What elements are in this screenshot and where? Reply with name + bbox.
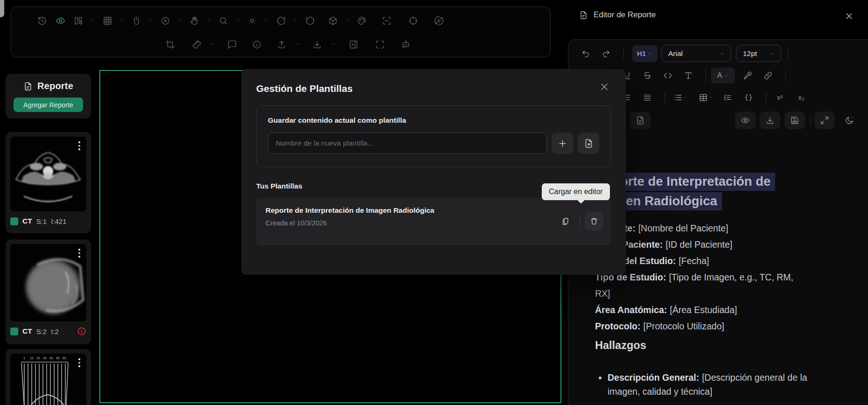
crosshair-button[interactable] — [405, 12, 421, 29]
pan-chevron[interactable] — [204, 12, 213, 29]
rotate-chevron[interactable] — [291, 12, 300, 29]
series-thumbnail-card[interactable]: 1102030405060 — [6, 349, 91, 405]
fullscreen-button[interactable] — [371, 36, 388, 53]
expand-editor-button[interactable] — [814, 112, 835, 129]
redo-icon — [602, 49, 611, 58]
align-justify-button[interactable] — [639, 90, 655, 105]
export-chevron[interactable] — [293, 36, 302, 53]
import-word-button[interactable]: W — [578, 133, 599, 154]
thumbnail-menu-kebab[interactable] — [76, 358, 83, 372]
load-template-button[interactable] — [556, 212, 575, 230]
close-icon — [844, 11, 854, 21]
bullet-list-icon — [673, 93, 683, 102]
rotate-cw-button[interactable] — [273, 12, 289, 29]
zoom-button[interactable] — [215, 12, 231, 29]
mpr-orbit-button[interactable] — [430, 12, 447, 29]
add-report-button[interactable]: Agregar Reporte — [14, 98, 83, 112]
series-thumbnail-card[interactable]: CT S:1 I:421 — [6, 132, 91, 233]
scan-range-button[interactable] — [378, 12, 395, 29]
measure-button[interactable] — [188, 36, 205, 53]
crop-button[interactable] — [161, 36, 178, 53]
fullscreen-brackets-icon — [375, 40, 385, 49]
code-button[interactable] — [660, 68, 676, 84]
measure-chevron[interactable] — [208, 36, 217, 53]
template-name-input[interactable] — [268, 133, 547, 154]
crosshair-icon — [408, 16, 418, 26]
grid-layout-button[interactable] — [99, 12, 116, 29]
download-report-button[interactable] — [760, 112, 780, 129]
cine-chevron[interactable] — [175, 12, 184, 29]
layout-chevron[interactable] — [88, 12, 98, 29]
thumbnail-menu-kebab[interactable] — [76, 249, 83, 263]
annotation-button[interactable] — [224, 36, 240, 53]
download-button[interactable] — [308, 36, 325, 53]
brightness-icon — [247, 16, 257, 26]
rotate-ccw-button[interactable] — [301, 12, 318, 29]
volume-chevron[interactable] — [343, 12, 352, 29]
zoom-chevron[interactable] — [233, 12, 242, 29]
page-template-button[interactable] — [630, 112, 651, 129]
modal-close-button[interactable] — [599, 81, 610, 92]
highlighter-button[interactable] — [740, 68, 756, 84]
grid-chevron[interactable] — [117, 12, 126, 29]
layout-settings-button[interactable] — [70, 12, 87, 29]
subscript-button[interactable]: x₂ — [792, 93, 810, 101]
warning-info-icon[interactable] — [77, 327, 86, 336]
report-document[interactable]: Reporte de Interpretación de Imagen Radi… — [595, 172, 807, 399]
highlighter-icon — [743, 71, 752, 80]
save-report-button[interactable] — [784, 112, 805, 129]
line-height-button[interactable] — [720, 90, 736, 105]
preview-button[interactable] — [735, 112, 756, 129]
pan-button[interactable] — [186, 12, 203, 29]
editor-close-button[interactable] — [844, 11, 854, 21]
series-color-swatch — [10, 328, 18, 335]
series-thumbnail-card[interactable]: CT S:2 I:2 — [6, 239, 91, 344]
link-button[interactable] — [760, 68, 776, 84]
text-format-button[interactable] — [680, 68, 696, 84]
document-title: Reporte de Interpretación de Imagen Radi… — [595, 172, 807, 211]
thumbnail-image-skull[interactable] — [10, 244, 86, 321]
font-family-select[interactable]: Arial — [661, 45, 731, 62]
mouse-bindings-button[interactable] — [128, 12, 145, 29]
strikethrough-icon — [643, 71, 652, 80]
word-file-icon: W — [584, 139, 594, 148]
delete-template-button[interactable] — [585, 212, 603, 230]
thumbnail-image-scout[interactable]: 1102030405060 — [10, 354, 86, 405]
window-level-button[interactable] — [244, 12, 260, 29]
maximize-arrows-icon — [820, 116, 829, 125]
text-color-button[interactable]: A — [711, 68, 735, 84]
table-button[interactable] — [695, 90, 715, 105]
superscript-button[interactable]: x² — [771, 93, 789, 101]
volume-3d-button[interactable] — [324, 12, 341, 29]
undo-button[interactable] — [578, 46, 594, 62]
code-block-button[interactable] — [741, 90, 756, 105]
ai-assistant-button[interactable] — [397, 36, 414, 53]
download-chevron[interactable] — [329, 36, 338, 53]
finding-item: Descripción General:[Descripción general… — [608, 370, 807, 398]
dark-mode-toggle[interactable] — [839, 112, 860, 129]
heading-style-button[interactable]: H1 — [632, 45, 658, 62]
history-button[interactable] — [34, 12, 50, 29]
side-panel-toggle-button[interactable] — [345, 36, 362, 53]
add-template-button[interactable] — [552, 133, 573, 154]
modality-badge: CT — [22, 327, 32, 335]
list-button[interactable] — [670, 90, 690, 105]
thumbnail-image-axial-ct[interactable] — [10, 137, 86, 211]
info-icon — [252, 40, 262, 49]
visibility-button[interactable] — [52, 12, 69, 29]
mouse-chevron[interactable] — [146, 12, 155, 29]
palette-icon — [357, 16, 367, 26]
strikethrough-button[interactable] — [639, 68, 655, 84]
template-list-item[interactable]: Reporte de Interpretación de Imagen Radi… — [256, 198, 611, 244]
export-button[interactable] — [273, 36, 290, 53]
document-field: Tipo de Estudio:[Tipo de Imagen, e.g., T… — [595, 269, 807, 302]
window-level-chevron[interactable] — [262, 12, 271, 29]
font-size-select[interactable]: 12pt — [736, 45, 781, 62]
image-number: I:421 — [51, 217, 66, 225]
info-button[interactable] — [248, 36, 265, 53]
colormap-button[interactable] — [353, 12, 370, 29]
list-bar-icon — [723, 93, 733, 102]
redo-button[interactable] — [598, 46, 614, 62]
thumbnail-menu-kebab[interactable] — [76, 141, 83, 155]
cine-play-button[interactable] — [157, 12, 174, 29]
